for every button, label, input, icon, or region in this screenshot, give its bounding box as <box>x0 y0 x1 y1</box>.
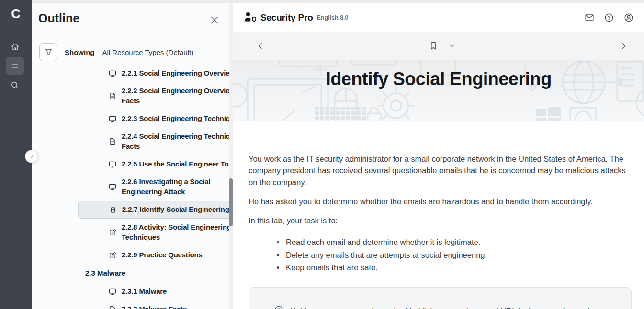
brand-logo[interactable]: C <box>0 7 32 22</box>
close-icon <box>209 15 220 25</box>
lesson-banner: Identify Social Engineering <box>233 61 644 121</box>
app-window: C Outline Showing All Resource Types (De… <box>0 0 644 309</box>
bookmark-button[interactable] <box>428 41 439 51</box>
document-icon <box>108 137 117 146</box>
bookmark-menu-button[interactable] <box>448 42 456 50</box>
outline-item[interactable]: 2.3.1 Malware <box>78 287 245 297</box>
paragraph: You work as the IT security administrato… <box>249 153 632 188</box>
account-icon <box>623 12 634 23</box>
paragraph: He has asked you to determine whether th… <box>249 196 632 207</box>
task-item: Delete any emails that are attempts at s… <box>285 250 632 261</box>
mail-icon <box>584 12 595 23</box>
course-header: Security Pro English 8.0 <box>233 3 644 32</box>
lesson-content: You work as the IT security administrato… <box>233 121 644 309</box>
video-icon <box>108 287 117 296</box>
outline-item[interactable]: 2.2.2 Social Engineering Overview Facts <box>78 86 245 106</box>
chevron-right-icon <box>619 41 628 51</box>
close-outline-button[interactable] <box>209 15 220 25</box>
outline-menu-button[interactable] <box>6 57 24 75</box>
chevron-left-icon <box>256 41 265 51</box>
account-button[interactable] <box>623 12 634 23</box>
lab-mouse-icon <box>109 206 117 214</box>
filter-button[interactable] <box>39 43 57 61</box>
video-icon <box>108 160 117 169</box>
chevron-right-icon <box>28 153 35 160</box>
filter-row: Showing All Resource Types (Default) <box>39 43 193 61</box>
bookmark-icon <box>428 41 439 51</box>
menu-icon <box>10 61 20 71</box>
outline-item[interactable]: 2.3.2 Malware Facts <box>78 304 245 309</box>
header-actions <box>584 12 634 23</box>
note-box: Hold your mouse over the embedded links … <box>249 287 632 309</box>
outline-item[interactable]: 2.2.5 Use the Social Engineer Toolkit <box>78 159 245 169</box>
outline-item[interactable]: 2.2.9 Practice Questions <box>78 250 245 260</box>
course-edition: English 8.0 <box>317 14 349 21</box>
outline-item[interactable]: 2.2.8 Activity: Social Engineering Techn… <box>78 222 245 243</box>
help-icon <box>604 12 614 23</box>
outline-panel: Outline Showing All Resource Types (Defa… <box>32 3 233 309</box>
search-button[interactable] <box>6 76 24 94</box>
main-area: Security Pro English 8.0 <box>233 0 644 309</box>
filter-value: All Resource Types (Default) <box>102 48 194 56</box>
previous-lesson-button[interactable] <box>256 41 265 51</box>
outline-item[interactable]: 2.2.6 Investigating a Social Engineering… <box>78 177 245 197</box>
next-lesson-button[interactable] <box>619 41 628 51</box>
lesson-navbar <box>233 32 644 61</box>
filter-label: Showing <box>65 48 95 56</box>
document-icon <box>108 92 117 100</box>
outline-list: 2.2.1 Social Engineering Overview 2.2.2 … <box>78 68 245 309</box>
messages-button[interactable] <box>584 12 595 23</box>
outline-section-label[interactable]: 2.3 Malware <box>85 268 245 278</box>
task-item: Keep emails that are safe. <box>285 263 632 273</box>
home-button[interactable] <box>6 38 24 56</box>
paragraph: In this lab, your task is to: <box>249 215 632 226</box>
home-icon <box>10 42 20 52</box>
outline-item[interactable]: 2.2.3 Social Engineering Techniques <box>78 114 245 124</box>
chevron-down-icon <box>448 42 456 50</box>
video-icon <box>108 69 117 78</box>
outline-title: Outline <box>38 11 79 25</box>
activity-pencil-icon <box>108 251 117 260</box>
activity-pencil-icon <box>108 228 117 237</box>
search-icon <box>10 80 20 90</box>
document-icon <box>108 305 117 309</box>
filter-icon <box>44 48 53 57</box>
info-icon <box>273 305 284 309</box>
task-item: Read each email and determine whether it… <box>285 237 632 248</box>
outline-scrollbar-track[interactable] <box>229 3 233 309</box>
video-icon <box>108 183 117 191</box>
help-button[interactable] <box>604 12 614 23</box>
outline-item[interactable]: 2.2.4 Social Engineering Techniques Fact… <box>78 132 245 152</box>
outline-scrollbar-thumb[interactable] <box>229 178 233 226</box>
outline-item-selected[interactable]: 2.2.7 Identify Social Engineering <box>78 201 245 219</box>
user-shield-icon <box>243 11 256 23</box>
note-text: Hold your mouse over the embedded links … <box>290 305 602 309</box>
collapse-panel-button[interactable] <box>25 150 38 163</box>
task-list: Read each email and determine whether it… <box>249 237 632 273</box>
page-title: Identify Social Engineering <box>233 61 644 89</box>
outline-item[interactable]: 2.2.1 Social Engineering Overview <box>78 68 245 78</box>
course-title: Security Pro <box>260 12 313 23</box>
top-divider <box>32 0 644 3</box>
video-icon <box>108 115 117 123</box>
